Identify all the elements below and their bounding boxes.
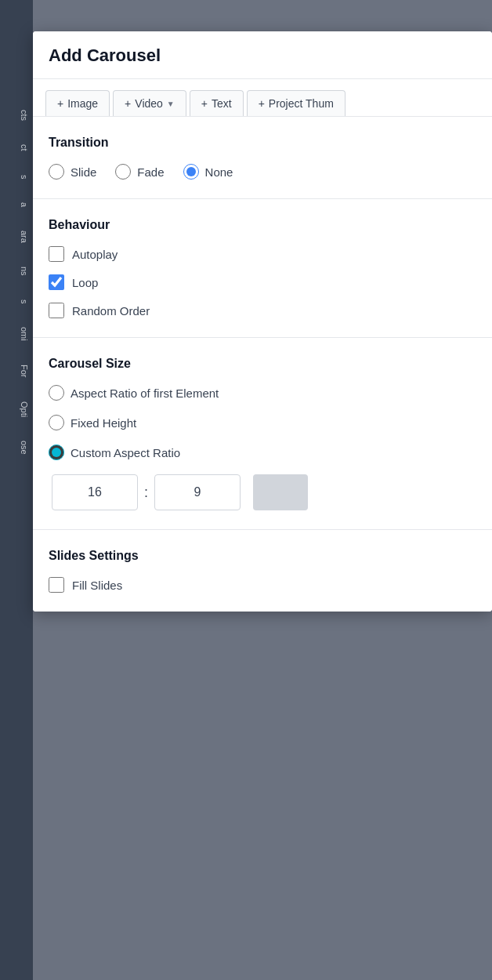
custom-aspect-radio[interactable] xyxy=(49,445,64,460)
fixed-height-option[interactable]: Fixed Height xyxy=(49,415,476,430)
loop-option[interactable]: Loop xyxy=(49,274,476,290)
transition-slide-radio[interactable] xyxy=(49,164,64,180)
plus-icon: + xyxy=(57,97,63,110)
sidebar-label-ct: ct xyxy=(4,144,29,151)
carousel-size-title: Carousel Size xyxy=(49,357,476,371)
modal-header: Add Carousel xyxy=(33,31,492,79)
transition-none-option[interactable]: None xyxy=(183,164,233,180)
modal-body: Transition Slide Fade None Behaviour xyxy=(33,117,492,612)
carousel-size-section: Carousel Size Aspect Ratio of first Elem… xyxy=(33,338,492,530)
sidebar-label-a: a xyxy=(4,202,29,207)
aspect-ratio-preview xyxy=(253,474,308,510)
chevron-down-icon: ▼ xyxy=(167,100,175,108)
carousel-size-radio-group: Aspect Ratio of first Element Fixed Heig… xyxy=(49,385,476,460)
sidebar-label-for: For xyxy=(4,365,29,378)
transition-none-label: None xyxy=(205,165,233,179)
video-tab[interactable]: + Video ▼ xyxy=(113,90,186,116)
fill-slides-option[interactable]: Fill Slides xyxy=(49,577,476,593)
first-element-radio[interactable] xyxy=(49,385,64,401)
sidebar-label-ose: ose xyxy=(4,441,29,455)
transition-none-radio[interactable] xyxy=(183,164,199,180)
autoplay-option[interactable]: Autoplay xyxy=(49,246,476,262)
project-thumb-tab-label: Project Thum xyxy=(269,97,334,110)
slides-settings-section: Slides Settings Fill Slides xyxy=(33,530,492,612)
random-order-label: Random Order xyxy=(72,304,150,318)
random-order-checkbox[interactable] xyxy=(49,303,64,318)
plus-icon-project: + xyxy=(259,97,265,110)
autoplay-checkbox[interactable] xyxy=(49,246,64,262)
transition-slide-label: Slide xyxy=(71,165,96,179)
random-order-option[interactable]: Random Order xyxy=(49,303,476,318)
image-tab-label: Image xyxy=(67,97,98,110)
custom-aspect-option[interactable]: Custom Aspect Ratio xyxy=(49,445,476,460)
text-tab-label: Text xyxy=(212,97,232,110)
transition-fade-radio[interactable] xyxy=(115,164,131,180)
first-element-label: Aspect Ratio of first Element xyxy=(71,387,219,400)
fill-slides-label: Fill Slides xyxy=(72,579,122,592)
fixed-height-radio[interactable] xyxy=(49,415,64,430)
sidebar-label-ns: ns xyxy=(4,267,29,276)
tabs-row: + Image + Video ▼ + Text + Project Thum xyxy=(33,79,492,117)
loop-checkbox[interactable] xyxy=(49,274,64,290)
sidebar-label-ara: ara xyxy=(4,230,29,243)
transition-slide-option[interactable]: Slide xyxy=(49,164,96,180)
text-tab[interactable]: + Text xyxy=(190,90,244,116)
transition-radio-group: Slide Fade None xyxy=(49,164,476,180)
aspect-height-input[interactable] xyxy=(154,474,241,510)
aspect-colon: : xyxy=(144,485,148,501)
first-element-option[interactable]: Aspect Ratio of first Element xyxy=(49,385,476,401)
transition-fade-label: Fade xyxy=(137,165,164,179)
transition-title: Transition xyxy=(49,136,476,150)
sidebar-label-s: s xyxy=(4,175,29,180)
sidebar-label-cts: cts xyxy=(4,110,29,121)
behaviour-section: Behaviour Autoplay Loop Random Order xyxy=(33,199,492,338)
plus-icon-text: + xyxy=(201,97,208,110)
sidebar-label-omi: omi xyxy=(4,327,29,341)
modal-title: Add Carousel xyxy=(49,45,476,66)
transition-section: Transition Slide Fade None xyxy=(33,117,492,199)
fixed-height-label: Fixed Height xyxy=(71,416,136,430)
behaviour-title: Behaviour xyxy=(49,218,476,232)
sidebar-label-s2: s xyxy=(4,299,29,304)
slides-settings-title: Slides Settings xyxy=(49,549,476,563)
behaviour-checkbox-group: Autoplay Loop Random Order xyxy=(49,246,476,318)
fill-slides-checkbox[interactable] xyxy=(49,577,64,593)
plus-icon-video: + xyxy=(125,97,131,110)
image-tab[interactable]: + Image xyxy=(45,90,110,116)
autoplay-label: Autoplay xyxy=(72,248,118,261)
aspect-ratio-inputs: : xyxy=(52,474,476,510)
add-carousel-modal: Add Carousel + Image + Video ▼ + Text + … xyxy=(33,31,492,612)
aspect-width-input[interactable] xyxy=(52,474,138,510)
transition-fade-option[interactable]: Fade xyxy=(115,164,164,180)
video-tab-label: Video xyxy=(135,97,163,110)
project-thumb-tab[interactable]: + Project Thum xyxy=(247,90,345,116)
slides-settings-checkbox-group: Fill Slides xyxy=(49,577,476,593)
loop-label: Loop xyxy=(72,276,98,289)
custom-aspect-label: Custom Aspect Ratio xyxy=(71,446,180,459)
sidebar-label-opti: Opti xyxy=(4,401,29,417)
